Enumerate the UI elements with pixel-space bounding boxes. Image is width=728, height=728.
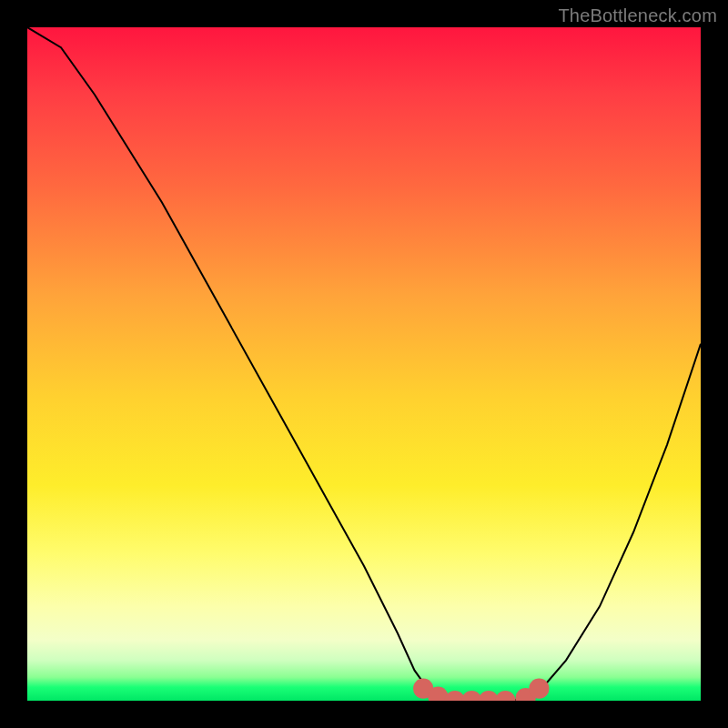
marker-dot xyxy=(529,679,549,699)
watermark-text: TheBottleneck.com xyxy=(558,5,717,26)
bottleneck-curve xyxy=(27,27,701,701)
marker-dot xyxy=(495,691,515,701)
chart-frame: TheBottleneck.com xyxy=(0,0,728,728)
curve-layer xyxy=(27,27,701,701)
plot-area xyxy=(27,27,701,701)
marker-group xyxy=(413,679,550,701)
